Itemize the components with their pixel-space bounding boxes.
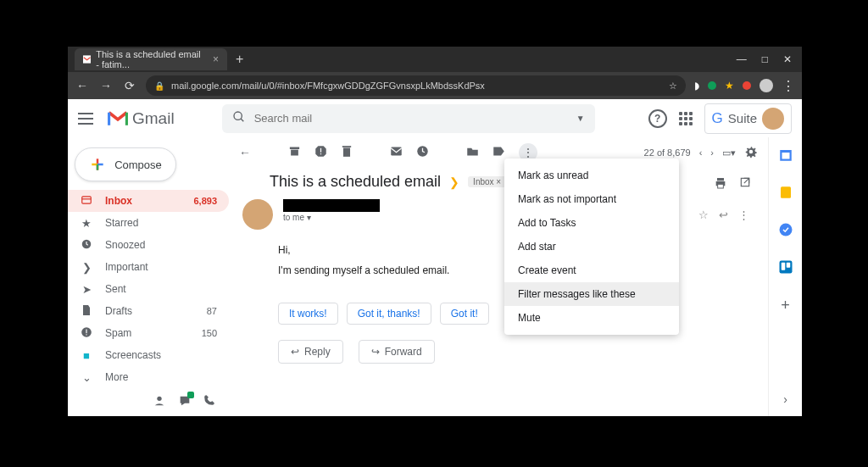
sidebar-item-drafts[interactable]: Drafts 87	[68, 300, 229, 322]
minimize-button[interactable]: —	[737, 53, 747, 65]
star-message-icon[interactable]: ☆	[698, 208, 709, 221]
labels-icon[interactable]	[492, 146, 505, 159]
menu-create-event[interactable]: Create event	[504, 259, 679, 282]
phone-icon[interactable]	[203, 394, 215, 411]
sidebar-item-inbox[interactable]: Inbox 6,893	[68, 190, 229, 212]
archive-icon[interactable]	[288, 145, 301, 160]
browser-menu-icon[interactable]: ⋮	[782, 78, 795, 94]
account-avatar[interactable]	[762, 108, 784, 130]
gmail-favicon-icon	[83, 54, 91, 64]
calendar-addon-icon[interactable]	[778, 147, 793, 163]
search-box[interactable]: ▼	[222, 104, 595, 133]
profile-avatar-icon[interactable]	[760, 79, 773, 92]
search-input[interactable]	[254, 112, 568, 125]
collapse-panel-icon[interactable]: ›	[783, 392, 787, 406]
maximize-button[interactable]: □	[762, 53, 768, 65]
svg-point-14	[157, 397, 161, 401]
delete-icon[interactable]	[341, 145, 353, 160]
hangouts-icon[interactable]	[178, 394, 192, 411]
apps-grid-icon[interactable]	[679, 112, 693, 125]
close-tab-icon[interactable]: ×	[213, 53, 219, 65]
reply-icon[interactable]: ↩	[719, 208, 728, 221]
sidebar-item-starred[interactable]: ★ Starred	[68, 212, 229, 234]
svg-rect-21	[342, 146, 351, 147]
browser-window: This is a scheduled email - fatim... × +…	[68, 47, 802, 416]
forward-button[interactable]: →	[98, 79, 114, 92]
sidebar-item-sent[interactable]: ➤ Sent	[68, 278, 229, 300]
email-header: This is a scheduled email ❯ Inbox ×	[229, 168, 768, 196]
gmail-logo[interactable]: Gmail	[107, 109, 175, 128]
smart-reply-1[interactable]: It works!	[278, 303, 338, 325]
gsuite-badge[interactable]: G G Suite Suite	[704, 103, 792, 134]
sidebar-item-screencasts[interactable]: ■ Screencasts	[68, 344, 229, 366]
recipient-line[interactable]: to me ▾	[283, 213, 380, 222]
back-icon[interactable]: ←	[239, 146, 251, 159]
sidebar: Compose Inbox 6,893 ★ Starred	[68, 137, 229, 416]
snooze-icon[interactable]	[416, 145, 429, 160]
important-marker-icon[interactable]: ❯	[449, 175, 459, 189]
close-window-button[interactable]: ✕	[783, 53, 792, 65]
move-to-icon[interactable]	[466, 146, 479, 159]
menu-add-to-tasks[interactable]: Add to Tasks	[504, 211, 679, 235]
reply-button[interactable]: ↩Reply	[278, 340, 343, 364]
reply-arrow-icon: ↩	[291, 346, 299, 358]
toolbar: ← ⋮ 22 of 8,679 ‹ › ▭▾	[229, 137, 768, 168]
menu-mark-unread[interactable]: Mark as unread	[504, 164, 679, 187]
svg-rect-24	[717, 178, 724, 181]
sidebar-item-label: Screencasts	[105, 349, 161, 361]
reload-button[interactable]: ⟳	[122, 79, 137, 92]
ext-icon-1[interactable]: ◗	[694, 80, 699, 92]
compose-button[interactable]: Compose	[75, 147, 176, 181]
help-icon[interactable]: ?	[648, 109, 667, 128]
svg-rect-22	[391, 147, 402, 156]
back-button[interactable]: ←	[75, 79, 90, 92]
ext-icon-3[interactable]: ★	[725, 80, 734, 92]
main-menu-icon[interactable]	[78, 113, 93, 125]
sidebar-item-important[interactable]: ❯ Important	[68, 256, 229, 278]
mark-unread-icon[interactable]	[390, 146, 403, 159]
browser-tab[interactable]: This is a scheduled email - fatim... ×	[75, 48, 227, 70]
menu-mark-not-important[interactable]: Mark as not important	[504, 187, 679, 211]
pager-next-icon[interactable]: ›	[710, 147, 714, 158]
sidebar-item-spam[interactable]: Spam 150	[68, 322, 229, 344]
trello-addon-icon[interactable]	[778, 259, 793, 275]
sidebar-item-label: More	[105, 371, 128, 383]
url-bar[interactable]: 🔒 mail.google.com/mail/u/0/#inbox/FMfcgx…	[146, 75, 686, 96]
contacts-icon[interactable]	[153, 394, 166, 411]
smart-reply-3[interactable]: Got it!	[440, 303, 489, 325]
bookmark-star-icon[interactable]: ☆	[669, 81, 677, 92]
sender-avatar[interactable]	[242, 199, 273, 230]
open-new-window-icon[interactable]	[739, 176, 751, 193]
keep-addon-icon[interactable]	[778, 185, 793, 200]
drafts-icon	[80, 304, 93, 319]
gmail-product-name: Gmail	[132, 109, 175, 128]
input-tools-icon[interactable]: ▭▾	[722, 147, 736, 158]
smart-reply-2[interactable]: Got it, thanks!	[347, 303, 431, 325]
pager-prev-icon[interactable]: ‹	[699, 147, 703, 158]
ext-icon-2[interactable]	[708, 81, 716, 90]
message-more-icon[interactable]: ⋮	[738, 208, 749, 221]
search-options-icon[interactable]: ▼	[576, 114, 585, 123]
svg-rect-9	[82, 196, 92, 203]
ext-icon-4[interactable]	[743, 81, 751, 90]
print-icon[interactable]	[714, 176, 727, 193]
get-addons-icon[interactable]: +	[781, 297, 790, 314]
sidebar-footer	[153, 394, 215, 411]
inbox-icon	[80, 194, 93, 208]
menu-add-star[interactable]: Add star	[504, 235, 679, 259]
new-tab-button[interactable]: +	[236, 52, 243, 67]
svg-rect-26	[718, 184, 724, 188]
reply-row: ↩Reply ↪Forward	[229, 328, 768, 367]
tasks-addon-icon[interactable]	[778, 222, 793, 237]
menu-mute[interactable]: Mute	[504, 306, 679, 330]
forward-button[interactable]: ↪Forward	[359, 340, 435, 364]
sidebar-item-snoozed[interactable]: Snoozed	[68, 234, 229, 256]
sidebar-item-more[interactable]: ⌄ More	[68, 366, 229, 388]
settings-gear-icon[interactable]	[744, 145, 758, 160]
report-spam-icon[interactable]	[314, 145, 327, 160]
menu-filter-messages[interactable]: Filter messages like these	[504, 282, 679, 306]
svg-rect-15	[290, 147, 299, 150]
svg-rect-2	[125, 112, 128, 125]
inbox-label-chip[interactable]: Inbox ×	[468, 176, 506, 187]
compose-plus-icon	[89, 156, 106, 173]
